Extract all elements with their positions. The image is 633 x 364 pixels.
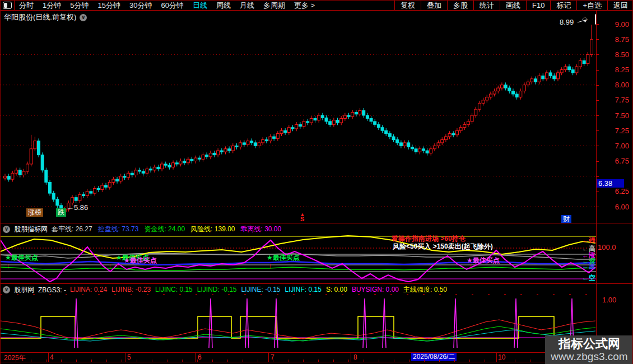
diamond-marker-icon: ◇ (582, 15, 588, 23)
time-axis-tick (469, 360, 470, 362)
period-item[interactable]: 周线 (212, 1, 235, 10)
time-axis-tick (439, 360, 440, 362)
time-axis-tick (167, 360, 167, 362)
price-axis-tick (596, 192, 599, 192)
indicator-param: LIJINE: -0.15 (241, 286, 281, 293)
s-marker: ▴S (300, 212, 304, 222)
period-item[interactable]: 30分钟 (125, 1, 156, 10)
time-axis-tick (500, 360, 500, 362)
time-axis-tick (333, 360, 334, 362)
price-axis-label: 6.00 (597, 203, 629, 211)
time-axis-gridline (48, 352, 49, 362)
bottom-panel-name[interactable]: 股朋网 (14, 285, 34, 295)
toolbar-button[interactable]: 复权 (394, 1, 421, 10)
price-axis-label: 8.00 (597, 81, 629, 89)
time-axis-tick (197, 360, 198, 362)
mid-panel-name[interactable]: 股朋指标网 (14, 225, 48, 234)
price-axis-tick (596, 24, 599, 25)
time-axis-tick (152, 360, 152, 362)
price-axis-tick (596, 207, 599, 207)
chart-title-row: 华阳股份(日线.前复权) ∨ (4, 12, 87, 22)
price-axis-label: 8.25 (597, 66, 629, 74)
time-axis-label: 5 (127, 353, 131, 361)
time-axis-tick (288, 360, 288, 362)
time-axis-gridline (496, 352, 497, 362)
price-axis-label: 6.75 (597, 157, 629, 165)
price-axis-tick (596, 146, 599, 146)
buy-arrow-icon: ↑ (116, 262, 120, 270)
toolbar-button[interactable]: F10 (526, 1, 550, 10)
indicator-param: 控盘线: 73.73 (98, 225, 139, 233)
time-axis-label: 2025年 (4, 353, 26, 363)
time-axis-tick (243, 360, 243, 362)
indicator-param: LIJIND: -0.15 (197, 286, 237, 293)
price-axis-label: 6.25 (597, 187, 629, 195)
watermark-title: 指标公式网 (558, 337, 620, 351)
indicator-param: 主线强度: 0.50 (403, 286, 447, 293)
price-axis-label: 7.00 (597, 142, 629, 150)
split-window-icon[interactable] (1, 1, 15, 10)
time-axis-tick (379, 360, 379, 362)
toolbar-button[interactable]: 返回 (607, 1, 633, 10)
line-tag-label: ←波 (582, 262, 595, 271)
time-axis-tick (16, 360, 16, 362)
mid-panel-header: ∨ 股朋指标网 套牢线: 26.27控盘线: 73.73资金线: 24.00风险… (3, 225, 287, 234)
stock-title: 华阳股份(日线.前复权) (4, 12, 76, 22)
period-item[interactable]: 日线 (188, 1, 212, 10)
collapse-icon[interactable]: ∨ (3, 286, 10, 293)
time-axis-tick (182, 360, 183, 362)
price-axis-tick (596, 176, 599, 177)
period-item[interactable]: 多周期 (259, 1, 290, 10)
period-item[interactable]: 5分钟 (66, 1, 93, 10)
price-axis-tick (596, 115, 599, 116)
mid-axis-label: 100.0 (598, 243, 630, 251)
time-axis-tick (364, 360, 364, 362)
indicator-param: BUYSIGN: 0.00 (352, 286, 399, 293)
time-axis-gridline (268, 352, 269, 362)
top-toolbar: 分时1分钟5分钟15分钟30分钟60分钟日线周线月线多周期更多 > 复权叠加多股… (1, 1, 633, 11)
period-item[interactable]: 15分钟 (93, 1, 124, 10)
period-item[interactable]: 60分钟 (156, 1, 188, 10)
buy-point-label: ★最佳买点 (124, 256, 157, 265)
time-axis-tick (515, 360, 515, 362)
time-axis-tick (409, 360, 409, 362)
price-axis-tick (596, 161, 599, 162)
toolbar-button[interactable]: +自选 (576, 1, 607, 10)
low-price-annotation: ←5.86 (67, 203, 88, 212)
price-axis-tick (596, 70, 599, 71)
indicator-param: LIJINC: 0.15 (155, 286, 193, 293)
time-axis-tick (227, 360, 228, 362)
time-axis-tick (137, 360, 137, 362)
toolbar-button[interactable]: 标记 (550, 1, 576, 10)
bottom-indicator-plot (1, 294, 596, 352)
toolbar-button[interactable]: 画线 (500, 1, 526, 10)
period-item[interactable]: 1分钟 (38, 1, 66, 10)
time-axis-tick (46, 360, 46, 362)
toolbar-button[interactable]: 统计 (473, 1, 500, 10)
toolbar-button[interactable]: 叠加 (421, 1, 447, 10)
time-axis-tick (273, 360, 273, 362)
candlestick-chart (1, 11, 596, 223)
buy-point-label: ★最佳买点 (5, 253, 38, 263)
time-axis-tick (258, 360, 258, 362)
indicator-param: LIJINB: -0.23 (111, 286, 151, 293)
price-axis-tick (596, 85, 599, 86)
indicator-param: S: 0.00 (326, 286, 347, 293)
time-axis-gridline (351, 352, 351, 362)
time-axis-tick (122, 360, 122, 362)
period-item[interactable]: 分时 (15, 1, 38, 10)
price-axis-label: 7.25 (597, 127, 629, 135)
watermark-url: www.zbgs3.com (551, 351, 627, 363)
price-axis-label: 7.75 (597, 96, 629, 104)
indicator-param: 套牢线: 26.27 (52, 225, 92, 233)
period-item[interactable]: 更多 > (290, 1, 319, 10)
buy-arrow-icon: ↑ (108, 262, 112, 270)
time-axis-tick (485, 360, 485, 362)
indicator-param: 资金线: 24.00 (144, 225, 185, 233)
period-item[interactable]: 月线 (235, 1, 259, 10)
time-axis-tick (454, 360, 455, 362)
buy-arrow-icon: ↑ (469, 262, 473, 270)
chevron-down-icon[interactable]: ∨ (80, 14, 87, 21)
collapse-icon[interactable]: ∨ (3, 226, 10, 233)
toolbar-button[interactable]: 多股 (447, 1, 473, 10)
